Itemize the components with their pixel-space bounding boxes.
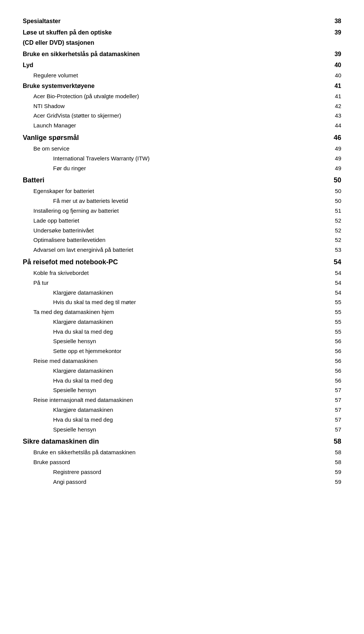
entry-page: 41 xyxy=(322,81,341,91)
entry-text: Registrere passord xyxy=(53,467,322,477)
entry-page: 39 xyxy=(322,27,341,38)
entry-text: Advarsel om lavt energinivå på batteriet xyxy=(33,245,322,255)
list-item: Registrere passord59 xyxy=(23,467,341,477)
entry-page: 40 xyxy=(322,60,341,71)
entry-page: 54 xyxy=(322,268,341,278)
list-item: Spesialtaster38 xyxy=(23,16,341,27)
entry-text: Spesielle hensyn xyxy=(53,336,322,346)
entry-text: Bruke systemverktøyene xyxy=(23,81,322,91)
entry-text: NTI Shadow xyxy=(33,101,322,111)
entry-text: Vanlige spørsmål xyxy=(23,132,322,144)
entry-page: 46 xyxy=(322,132,341,144)
entry-page: 50 xyxy=(322,174,341,186)
entry-text: Regulere volumet xyxy=(33,71,322,80)
list-item: Installering og fjerning av batteriet51 xyxy=(23,206,341,216)
list-item: Acer Bio-Protection (på utvalgte modelle… xyxy=(23,91,341,101)
list-item: På reisefot med notebook-PC54 xyxy=(23,256,341,268)
entry-page: 49 xyxy=(322,163,341,173)
entry-page: 54 xyxy=(322,256,341,268)
entry-text: Hva du skal ta med deg xyxy=(53,376,322,386)
entry-text: Installering og fjerning av batteriet xyxy=(33,206,322,216)
entry-text: International Travelers Warranty (ITW) xyxy=(53,154,322,163)
list-item: Bruke systemverktøyene41 xyxy=(23,81,341,91)
entry-text: På tur xyxy=(33,278,322,288)
list-item: Batteri50 xyxy=(23,174,341,186)
list-item: Hva du skal ta med deg57 xyxy=(23,415,341,425)
entry-text: Egenskaper for batteriet xyxy=(33,186,322,196)
entry-page: 57 xyxy=(322,395,341,405)
list-item: Sikre datamaskinen din58 xyxy=(23,436,341,447)
list-item: Advarsel om lavt energinivå på batteriet… xyxy=(23,245,341,255)
entry-page: 59 xyxy=(322,467,341,477)
entry-page: 50 xyxy=(322,196,341,206)
entry-page: 41 xyxy=(322,91,341,101)
list-item: Acer GridVista (støtter to skjermer)43 xyxy=(23,111,341,121)
entry-text: Sikre datamaskinen din xyxy=(23,436,322,447)
entry-page: 53 xyxy=(322,245,341,255)
list-item: International Travelers Warranty (ITW)49 xyxy=(23,154,341,163)
entry-text: Reise med datamaskinen xyxy=(33,356,322,366)
list-item: Klargjøre datamaskinen55 xyxy=(23,317,341,327)
entry-text: Før du ringer xyxy=(53,163,322,173)
entry-text: Be om service xyxy=(33,144,322,154)
entry-text: Hvis du skal ta med deg til møter xyxy=(53,297,322,307)
entry-text: Hva du skal ta med deg xyxy=(53,327,322,337)
list-item: Bruke en sikkerhetslås på datamaskinen58 xyxy=(23,447,341,457)
entry-text: Acer GridVista (støtter to skjermer) xyxy=(33,111,322,121)
entry-page: 52 xyxy=(322,216,341,226)
entry-text: Koble fra skrivebordet xyxy=(33,268,322,278)
entry-page: 51 xyxy=(322,206,341,216)
entry-page: 55 xyxy=(322,317,341,327)
list-item: Regulere volumet40 xyxy=(23,71,341,80)
entry-page: 52 xyxy=(322,235,341,245)
list-item: Reise med datamaskinen56 xyxy=(23,356,341,366)
entry-page: 56 xyxy=(322,346,341,356)
entry-text: Launch Manager xyxy=(33,121,322,130)
entry-page: 49 xyxy=(322,154,341,163)
entry-text: På reisefot med notebook-PC xyxy=(23,256,322,268)
list-item: Hva du skal ta med deg55 xyxy=(23,327,341,337)
entry-page: 56 xyxy=(322,336,341,346)
entry-text: Angi passord xyxy=(53,477,322,487)
list-item: (CD eller DVD) stasjonen xyxy=(23,38,341,48)
list-item: Løse ut skuffen på den optiske39 xyxy=(23,27,341,38)
entry-text: Klargjøre datamaskinen xyxy=(53,366,322,376)
entry-page: 52 xyxy=(322,226,341,235)
entry-page: 54 xyxy=(322,288,341,298)
entry-text: Ta med deg datamaskinen hjem xyxy=(33,307,322,317)
entry-page: 44 xyxy=(322,121,341,130)
entry-page: 56 xyxy=(322,366,341,376)
entry-text: Hva du skal ta med deg xyxy=(53,415,322,425)
entry-page: 55 xyxy=(322,297,341,307)
list-item: Bruke en sikkerhetslås på datamaskinen39 xyxy=(23,49,341,60)
entry-text: Klargjøre datamaskinen xyxy=(53,288,322,298)
entry-text: Batteri xyxy=(23,174,322,186)
entry-page: 58 xyxy=(322,457,341,467)
entry-text: Få mer ut av batteriets levetid xyxy=(53,196,322,206)
list-item: Angi passord59 xyxy=(23,477,341,487)
entry-page: 57 xyxy=(322,425,341,435)
entry-page: 38 xyxy=(322,16,341,27)
list-item: Spesielle hensyn56 xyxy=(23,336,341,346)
entry-page: 57 xyxy=(322,405,341,415)
entry-page: 43 xyxy=(322,111,341,121)
entry-text: Sette opp et hjemmekontor xyxy=(53,346,322,356)
list-item: Optimalisere batterilevetiden52 xyxy=(23,235,341,245)
list-item: Undersøke batterinivået52 xyxy=(23,226,341,235)
list-item: Hvis du skal ta med deg til møter55 xyxy=(23,297,341,307)
list-item: Få mer ut av batteriets levetid50 xyxy=(23,196,341,206)
list-item: Klargjøre datamaskinen57 xyxy=(23,405,341,415)
list-item: Bruke passord58 xyxy=(23,457,341,467)
entry-page: 42 xyxy=(322,101,341,111)
entry-text: Bruke en sikkerhetslås på datamaskinen xyxy=(23,49,322,60)
entry-page: 55 xyxy=(322,327,341,337)
entry-text: Lade opp batteriet xyxy=(33,216,322,226)
list-item: Lyd40 xyxy=(23,60,341,71)
list-item: Hva du skal ta med deg56 xyxy=(23,376,341,386)
entry-text: Spesialtaster xyxy=(23,16,322,27)
entry-page: 56 xyxy=(322,376,341,386)
list-item: Klargjøre datamaskinen56 xyxy=(23,366,341,376)
entry-page: 39 xyxy=(322,49,341,60)
entry-text: Optimalisere batterilevetiden xyxy=(33,235,322,245)
entry-text: Spesielle hensyn xyxy=(53,385,322,395)
